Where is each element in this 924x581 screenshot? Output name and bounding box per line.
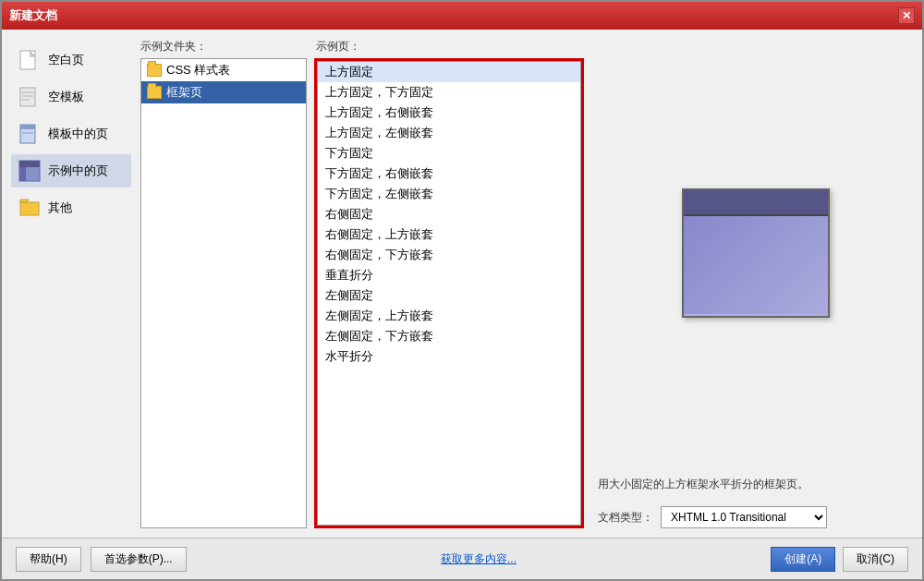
page-label-0: 上方固定 [325,65,373,79]
preview-top-bar [684,190,828,216]
doctype-select[interactable]: XHTML 1.0 Transitional XHTML 1.0 Strict … [661,506,827,528]
folder-css-icon [147,64,162,77]
sample-page-icon [18,160,41,182]
page-item-4[interactable]: 下方固定 [318,143,580,163]
dialog-body: 空白页 空模板 [2,30,922,538]
doctype-row: 文档类型： XHTML 1.0 Transitional XHTML 1.0 S… [598,506,913,528]
help-button[interactable]: 帮助(H) [16,547,81,572]
svg-rect-2 [22,91,33,93]
page-label-9: 右侧固定，下方嵌套 [325,248,433,261]
left-sidebar: 空白页 空模板 [11,39,131,528]
page-item-14[interactable]: 水平折分 [318,346,580,367]
sidebar-label-blank-template: 空模板 [48,89,84,105]
page-label-12: 左侧固定，上方嵌套 [325,309,433,322]
page-item-2[interactable]: 上方固定，右侧嵌套 [318,103,580,123]
blank-page-icon [18,49,41,71]
new-document-dialog: 新建文档 ✕ 空白页 [0,0,924,581]
page-item-5[interactable]: 下方固定，右侧嵌套 [318,163,580,184]
pages-outer-border: 上方固定 上方固定，下方固定 上方固定，右侧嵌套 上方固定，左侧嵌套 [314,58,584,528]
page-label-10: 垂直折分 [325,268,373,282]
cancel-button[interactable]: 取消(C) [843,547,908,572]
pages-panel-label: 示例页： [314,39,584,54]
sidebar-item-other[interactable]: 其他 [11,191,131,224]
svg-rect-3 [22,95,33,97]
svg-rect-11 [20,202,39,215]
page-label-6: 下方固定，左侧嵌套 [325,187,433,200]
page-item-11[interactable]: 左侧固定 [318,285,580,306]
dialog-title: 新建文档 [9,7,57,24]
page-template-icon [18,123,41,145]
folder-css-label: CSS 样式表 [166,62,230,79]
page-item-7[interactable]: 右侧固定 [318,204,580,224]
close-button[interactable]: ✕ [898,7,915,24]
page-item-0[interactable]: 上方固定 [318,62,580,82]
get-more-button[interactable]: 获取更多内容... [441,551,517,567]
svg-rect-6 [20,125,35,129]
page-label-5: 下方固定，右侧嵌套 [325,166,433,180]
blank-template-icon [18,86,41,108]
page-item-8[interactable]: 右侧固定，上方嵌套 [318,224,580,245]
svg-rect-4 [22,99,30,101]
page-label-1: 上方固定，下方固定 [325,85,433,99]
footer-right: 创建(A) 取消(C) [771,547,908,572]
preview-content [684,216,828,314]
folder-panel-label: 示例文件夹： [140,39,307,54]
page-label-4: 下方固定 [325,146,373,160]
svg-rect-10 [19,167,26,181]
page-item-13[interactable]: 左侧固定，下方嵌套 [318,326,580,346]
page-item-10[interactable]: 垂直折分 [318,265,580,285]
title-bar: 新建文档 ✕ [2,2,922,30]
sidebar-item-blank-template[interactable]: 空模板 [11,80,131,114]
sidebar-item-sample-page[interactable]: 示例中的页 [11,154,131,188]
page-label-7: 右侧固定 [325,207,373,221]
sidebar-item-blank-page[interactable]: 空白页 [11,43,131,77]
sidebar-label-page-template: 模板中的页 [48,126,108,142]
page-item-9[interactable]: 右侧固定，下方嵌套 [318,245,580,265]
folder-list[interactable]: CSS 样式表 框架页 [140,58,307,528]
page-label-14: 水平折分 [325,349,373,363]
folder-panel: 示例文件夹： CSS 样式表 框架页 [140,39,307,528]
footer-center: 获取更多内容... [187,551,772,567]
create-button[interactable]: 创建(A) [771,547,835,572]
page-label-3: 上方固定，左侧嵌套 [325,126,433,139]
pages-wrapper: 示例页： 上方固定 上方固定，下方固定 上方固定，右侧嵌套 [314,39,584,528]
footer-left: 帮助(H) 首选参数(P)... [16,547,187,572]
page-item-12[interactable]: 左侧固定，上方嵌套 [318,306,580,326]
middle-section: 示例文件夹： CSS 样式表 框架页 示例页： [140,39,584,528]
page-label-2: 上方固定，右侧嵌套 [325,105,433,119]
page-item-1[interactable]: 上方固定，下方固定 [318,82,580,103]
page-label-13: 左侧固定，下方嵌套 [325,329,433,343]
dialog-footer: 帮助(H) 首选参数(P)... 获取更多内容... 创建(A) 取消(C) [2,538,922,579]
page-item-3[interactable]: 上方固定，左侧嵌套 [318,123,580,143]
preview-area [598,39,913,467]
middle-row: 示例文件夹： CSS 样式表 框架页 示例页： [140,39,584,528]
prefs-button[interactable]: 首选参数(P)... [91,547,187,572]
preview-main [684,216,828,314]
folder-frames-label: 框架页 [166,84,202,101]
pages-list[interactable]: 上方固定 上方固定，下方固定 上方固定，右侧嵌套 上方固定，左侧嵌套 [317,61,581,526]
folder-item-css[interactable]: CSS 样式表 [141,59,306,81]
right-section: 用大小固定的上方框架水平折分的框架页。 文档类型： XHTML 1.0 Tran… [593,39,913,528]
doctype-label: 文档类型： [598,510,653,526]
page-label-8: 右侧固定，上方嵌套 [325,227,433,241]
preview-image [682,188,830,318]
sidebar-label-blank-page: 空白页 [48,52,84,68]
page-item-6[interactable]: 下方固定，左侧嵌套 [318,184,580,204]
sidebar-item-page-template[interactable]: 模板中的页 [11,117,131,151]
sidebar-label-sample-page: 示例中的页 [48,163,108,179]
sidebar-label-other: 其他 [48,200,72,216]
page-label-11: 左侧固定 [325,288,373,302]
other-icon [18,197,41,219]
folder-item-frames[interactable]: 框架页 [141,81,306,103]
svg-marker-12 [20,200,29,202]
svg-rect-7 [22,132,33,134]
svg-rect-9 [19,161,40,167]
folder-frames-icon [147,86,162,99]
preview-description: 用大小固定的上方框架水平折分的框架页。 [598,477,913,492]
